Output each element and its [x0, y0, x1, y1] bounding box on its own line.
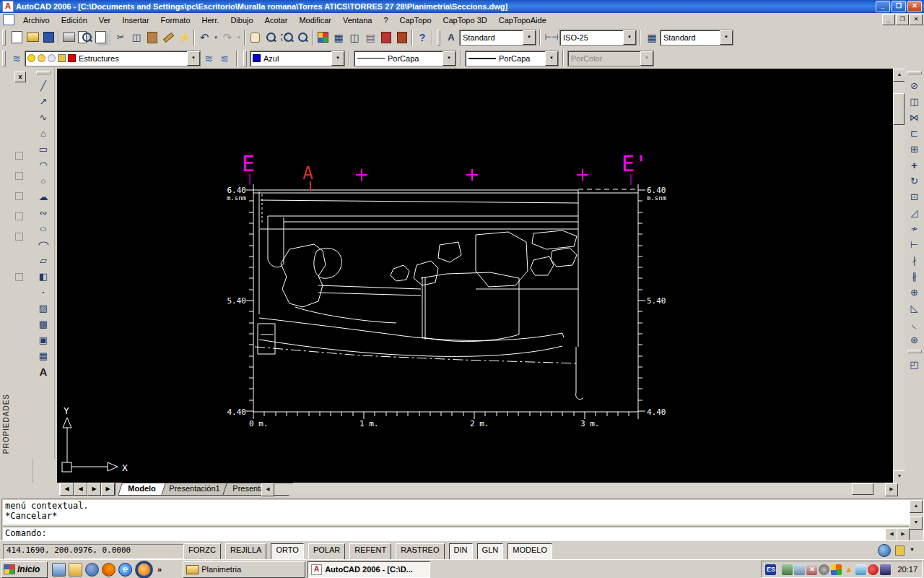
coordinates-readout[interactable]: 414.1690, 200.0976, 0.0000 [3, 544, 186, 559]
dropdown-arrow-icon[interactable]: ▼ [545, 51, 558, 66]
layer-viewport-sun-icon[interactable] [48, 54, 56, 62]
open-icon[interactable] [25, 30, 40, 46]
paste-icon[interactable] [144, 30, 160, 46]
table-icon[interactable]: ▦ [35, 348, 52, 363]
redo-icon[interactable]: ↷ [219, 30, 235, 46]
layer-freeze-sun-icon[interactable] [38, 54, 45, 62]
gradient-icon[interactable]: ▩ [35, 316, 52, 332]
layer-manager-icon[interactable]: ≋ [9, 51, 25, 66]
fillet-icon[interactable]: ◟ [906, 316, 923, 332]
text-style-combo[interactable]: Standard ▼ [459, 30, 536, 46]
toolbar-grip[interactable] [2, 30, 6, 46]
mdi-restore-button[interactable]: ❐ [896, 14, 909, 25]
quicklaunch-mediaplayer-icon[interactable] [135, 561, 153, 578]
arc-icon[interactable]: ◠ [35, 157, 52, 173]
language-indicator[interactable]: ES [765, 564, 776, 575]
markup-set-manager-icon[interactable] [378, 30, 394, 46]
tray-display-icon[interactable] [794, 564, 805, 575]
scale-icon[interactable]: ⊡ [906, 189, 923, 204]
properties-palette-bar[interactable]: PROPIEDADES [0, 69, 13, 483]
menu-herr[interactable]: Herr. [196, 14, 225, 26]
dropdown-arrow-icon[interactable]: ▼ [523, 30, 536, 45]
title-bar[interactable]: A AutoCAD 2006 - [C:\Documents and Setti… [0, 0, 924, 13]
tray-network-error-icon[interactable]: ✕ [806, 564, 817, 575]
toolbar-grip[interactable] [243, 51, 247, 66]
tray-antivirus-icon[interactable] [868, 564, 879, 575]
zoom-previous-icon[interactable] [295, 30, 310, 46]
communication-center-icon[interactable] [878, 544, 891, 557]
tab-prev-icon[interactable]: ◀ [74, 483, 87, 496]
help-icon[interactable]: ? [414, 30, 430, 46]
break-icon[interactable]: ∦ [906, 268, 923, 284]
close-button[interactable]: ✕ [907, 1, 922, 12]
scroll-right-icon[interactable]: ▶ [897, 528, 910, 541]
draworder-icon[interactable]: ◰ [906, 356, 923, 372]
menu-captopo[interactable]: CapTopo [394, 14, 437, 26]
toolbar-lock-icon[interactable] [895, 545, 905, 556]
tray-power-icon[interactable] [819, 564, 829, 575]
scroll-left-icon[interactable]: ◀ [261, 483, 274, 496]
zoom-realtime-icon[interactable] [263, 30, 279, 46]
layer-previous-icon[interactable]: ≋ [201, 51, 217, 66]
minimize-button[interactable]: _ [876, 1, 890, 12]
drawing-canvas[interactable]: E E' A 6.40 m.snm 5.40 4.40 6.40 m.snm 5… [57, 69, 893, 483]
revcloud-icon[interactable]: ☁ [35, 189, 52, 204]
circle-icon[interactable]: ○ [35, 173, 52, 189]
mdi-minimize-button[interactable]: _ [882, 14, 895, 25]
dropdown-arrow-icon[interactable]: ▼ [623, 30, 636, 45]
mdi-close-button[interactable]: ✕ [910, 14, 923, 25]
statusbar-menu-icon[interactable]: ▼ [910, 547, 915, 552]
menu-help[interactable]: ? [378, 14, 393, 26]
menu-insertar[interactable]: Insertar [116, 14, 154, 26]
undo-icon[interactable]: ↶ [196, 30, 212, 46]
tray-msn-icon[interactable] [831, 564, 842, 575]
properties-palette-icon[interactable]: ▦ [331, 30, 346, 46]
erase-icon[interactable]: ⊘ [906, 77, 923, 93]
break-at-point-icon[interactable]: ∤ [906, 252, 923, 268]
scroll-down-icon[interactable]: ▼ [910, 517, 923, 530]
copy-icon[interactable]: ◫ [128, 30, 144, 46]
designcenter-icon[interactable]: ◫ [346, 30, 362, 46]
dropdown-arrow-icon[interactable]: ▼ [443, 51, 456, 66]
stretch-icon[interactable]: ◿ [906, 204, 923, 220]
layer-on-bulb-icon[interactable] [27, 54, 35, 62]
toolbar-grip[interactable] [907, 71, 922, 74]
menu-edicion[interactable]: Edición [56, 14, 93, 26]
redo-dropdown-icon[interactable]: ▼ [235, 30, 243, 46]
hatch-icon[interactable]: ▨ [35, 300, 52, 316]
toolbar-grip[interactable] [437, 30, 440, 46]
lineweight-combo[interactable]: PorCapa ▼ [465, 51, 559, 66]
menu-captopo3d[interactable]: CapTopo 3D [437, 14, 493, 26]
dim-style-combo[interactable]: ISO-25 ▼ [559, 30, 637, 46]
menu-ver[interactable]: Ver [93, 14, 117, 26]
construction-line-icon[interactable]: ↗ [35, 93, 52, 109]
cut-icon[interactable]: ✂ [113, 30, 128, 46]
region-icon[interactable]: ▣ [35, 332, 52, 348]
pan-icon[interactable] [247, 30, 263, 46]
match-properties-icon[interactable] [160, 30, 176, 46]
chamfer-icon[interactable]: ◺ [906, 300, 923, 316]
canvas-hscrollbar[interactable]: ◀ ▶ [261, 483, 897, 495]
extend-icon[interactable]: ⊢ [906, 236, 923, 252]
quicklaunch-ie-icon[interactable]: e [118, 563, 132, 577]
menu-formato[interactable]: Formato [155, 14, 196, 26]
block-editor-icon[interactable]: ⚡ [176, 30, 192, 46]
new-icon[interactable] [9, 30, 25, 46]
menu-dibujo[interactable]: Dibujo [225, 14, 258, 26]
dropdown-arrow-icon[interactable]: ▼ [187, 51, 200, 66]
plot-preview-icon[interactable] [77, 30, 92, 46]
scroll-right-icon[interactable]: ▶ [885, 483, 898, 496]
rotate-icon[interactable]: ↻ [906, 173, 923, 189]
rectangle-icon[interactable]: ▭ [35, 141, 52, 157]
tray-clock[interactable]: 20:17 [897, 565, 918, 574]
restore-button[interactable]: ❐ [892, 1, 906, 12]
tab-first-icon[interactable]: ◀ [59, 483, 74, 496]
quicklaunch-messenger-icon[interactable] [85, 563, 99, 577]
tab-modelo[interactable]: Modelo [118, 483, 165, 496]
linetype-combo[interactable]: PorCapa ▼ [354, 51, 456, 66]
scroll-up-icon[interactable]: ▲ [910, 500, 923, 513]
spline-icon[interactable]: ∾ [35, 204, 52, 220]
toolbar-grip[interactable] [36, 71, 51, 74]
command-history[interactable]: menú contextual. *Cancelar* [3, 500, 910, 525]
layer-states-icon[interactable]: ≌ [217, 51, 232, 66]
